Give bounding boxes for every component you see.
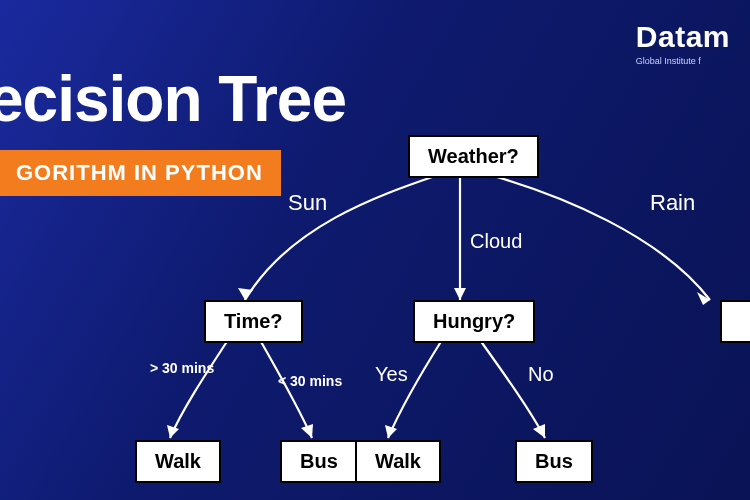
svg-marker-6 [533, 424, 545, 438]
edge-label-gt30: > 30 mins [150, 360, 214, 376]
svg-marker-3 [167, 425, 179, 438]
decision-tree-diagram: Weather? Sun Cloud Rain Time? > 30 mins … [120, 135, 750, 500]
edge-label-lt30: < 30 mins [278, 373, 342, 389]
edge-label-rain: Rain [650, 190, 695, 216]
svg-marker-2 [697, 292, 710, 305]
leaf-bus-1: Bus [280, 440, 358, 483]
svg-marker-4 [301, 424, 313, 438]
edge-label-sun: Sun [288, 190, 327, 216]
edge-label-no: No [528, 363, 554, 386]
edge-label-cloud: Cloud [470, 230, 522, 253]
leaf-bus-2: Bus [515, 440, 593, 483]
node-root: Weather? [408, 135, 539, 178]
svg-marker-5 [385, 425, 397, 438]
node-time: Time? [204, 300, 303, 343]
brand-block: Datam Global Institute f [636, 20, 730, 66]
brand-name: Datam [636, 20, 730, 54]
page-title: ecision Tree [0, 62, 346, 136]
leaf-walk-1: Walk [135, 440, 221, 483]
node-hungry: Hungry? [413, 300, 535, 343]
brand-tagline: Global Institute f [636, 56, 730, 66]
svg-marker-0 [238, 288, 253, 300]
svg-marker-1 [454, 288, 466, 300]
node-right-partial [720, 300, 750, 343]
edge-label-yes: Yes [375, 363, 408, 386]
leaf-walk-2: Walk [355, 440, 441, 483]
